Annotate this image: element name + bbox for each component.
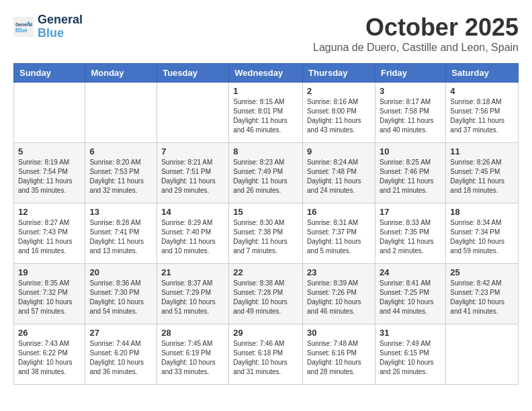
- day-info: Sunrise: 8:25 AM Sunset: 7:46 PM Dayligh…: [380, 158, 441, 195]
- day-number: 17: [380, 207, 441, 217]
- calendar-cell: 2Sunrise: 8:16 AM Sunset: 8:00 PM Daylig…: [303, 83, 375, 143]
- calendar-cell: 18Sunrise: 8:34 AM Sunset: 7:34 PM Dayli…: [446, 203, 519, 264]
- calendar-cell: 11Sunrise: 8:26 AM Sunset: 7:45 PM Dayli…: [446, 143, 519, 203]
- calendar-row: 1Sunrise: 8:15 AM Sunset: 8:01 PM Daylig…: [14, 83, 519, 143]
- day-number: 19: [18, 267, 81, 277]
- day-info: Sunrise: 8:21 AM Sunset: 7:51 PM Dayligh…: [161, 158, 224, 195]
- day-number: 6: [89, 146, 152, 156]
- day-number: 4: [450, 86, 514, 96]
- day-info: Sunrise: 7:49 AM Sunset: 6:15 PM Dayligh…: [380, 339, 441, 377]
- calendar-cell: [446, 324, 519, 385]
- logo: General Blue General Blue: [13, 13, 83, 40]
- calendar-cell: 20Sunrise: 8:36 AM Sunset: 7:30 PM Dayli…: [85, 264, 157, 324]
- location-title: Laguna de Duero, Castille and Leon, Spai…: [313, 42, 519, 54]
- calendar-row: 5Sunrise: 8:19 AM Sunset: 7:54 PM Daylig…: [14, 143, 519, 203]
- day-info: Sunrise: 8:33 AM Sunset: 7:35 PM Dayligh…: [380, 218, 441, 256]
- day-number: 11: [450, 146, 514, 156]
- calendar-row: 12Sunrise: 8:27 AM Sunset: 7:43 PM Dayli…: [14, 203, 519, 264]
- day-info: Sunrise: 8:15 AM Sunset: 8:01 PM Dayligh…: [233, 97, 298, 135]
- calendar-cell: [85, 83, 157, 143]
- day-number: 21: [161, 267, 224, 277]
- day-info: Sunrise: 8:36 AM Sunset: 7:30 PM Dayligh…: [89, 279, 152, 316]
- day-info: Sunrise: 8:17 AM Sunset: 7:58 PM Dayligh…: [380, 97, 441, 135]
- calendar-row: 26Sunrise: 7:43 AM Sunset: 6:22 PM Dayli…: [14, 324, 519, 385]
- logo-text: General Blue: [38, 13, 83, 40]
- day-info: Sunrise: 8:41 AM Sunset: 7:25 PM Dayligh…: [380, 279, 441, 316]
- calendar-cell: 23Sunrise: 8:39 AM Sunset: 7:26 PM Dayli…: [303, 264, 375, 324]
- calendar-cell: [157, 83, 229, 143]
- day-number: 25: [450, 267, 514, 277]
- day-number: 7: [161, 146, 224, 156]
- day-info: Sunrise: 7:44 AM Sunset: 6:20 PM Dayligh…: [89, 339, 152, 377]
- calendar-body: 1Sunrise: 8:15 AM Sunset: 8:01 PM Daylig…: [14, 83, 519, 385]
- calendar-cell: 27Sunrise: 7:44 AM Sunset: 6:20 PM Dayli…: [85, 324, 157, 385]
- calendar-row: 19Sunrise: 8:35 AM Sunset: 7:32 PM Dayli…: [14, 264, 519, 324]
- calendar-cell: 15Sunrise: 8:30 AM Sunset: 7:38 PM Dayli…: [229, 203, 303, 264]
- logo-icon: General Blue: [13, 17, 34, 37]
- weekday-header-cell: Wednesday: [229, 64, 303, 83]
- day-number: 31: [380, 328, 441, 338]
- day-number: 13: [89, 207, 152, 217]
- day-number: 23: [307, 267, 371, 277]
- day-info: Sunrise: 8:29 AM Sunset: 7:40 PM Dayligh…: [161, 218, 224, 256]
- calendar-cell: 12Sunrise: 8:27 AM Sunset: 7:43 PM Dayli…: [14, 203, 85, 264]
- month-title: October 2025: [313, 13, 519, 42]
- day-info: Sunrise: 8:31 AM Sunset: 7:37 PM Dayligh…: [307, 218, 371, 256]
- weekday-header: SundayMondayTuesdayWednesdayThursdayFrid…: [14, 64, 519, 83]
- calendar-cell: 25Sunrise: 8:42 AM Sunset: 7:23 PM Dayli…: [446, 264, 519, 324]
- weekday-header-cell: Saturday: [446, 64, 519, 83]
- calendar-cell: 4Sunrise: 8:18 AM Sunset: 7:56 PM Daylig…: [446, 83, 519, 143]
- calendar-cell: 30Sunrise: 7:48 AM Sunset: 6:16 PM Dayli…: [303, 324, 375, 385]
- day-info: Sunrise: 8:35 AM Sunset: 7:32 PM Dayligh…: [18, 279, 81, 316]
- weekday-header-cell: Tuesday: [157, 64, 229, 83]
- calendar-cell: 28Sunrise: 7:45 AM Sunset: 6:19 PM Dayli…: [157, 324, 229, 385]
- calendar-cell: 3Sunrise: 8:17 AM Sunset: 7:58 PM Daylig…: [375, 83, 445, 143]
- day-info: Sunrise: 8:42 AM Sunset: 7:23 PM Dayligh…: [450, 279, 514, 316]
- day-info: Sunrise: 8:16 AM Sunset: 8:00 PM Dayligh…: [307, 97, 371, 135]
- day-info: Sunrise: 8:20 AM Sunset: 7:53 PM Dayligh…: [89, 158, 152, 195]
- calendar-cell: 8Sunrise: 8:23 AM Sunset: 7:49 PM Daylig…: [229, 143, 303, 203]
- day-number: 16: [307, 207, 371, 217]
- day-number: 8: [233, 146, 298, 156]
- day-info: Sunrise: 7:46 AM Sunset: 6:18 PM Dayligh…: [233, 339, 298, 377]
- day-info: Sunrise: 8:37 AM Sunset: 7:29 PM Dayligh…: [161, 279, 224, 316]
- calendar-cell: 1Sunrise: 8:15 AM Sunset: 8:01 PM Daylig…: [229, 83, 303, 143]
- day-info: Sunrise: 7:45 AM Sunset: 6:19 PM Dayligh…: [161, 339, 224, 377]
- calendar-table: SundayMondayTuesdayWednesdayThursdayFrid…: [13, 63, 519, 385]
- calendar-cell: 31Sunrise: 7:49 AM Sunset: 6:15 PM Dayli…: [375, 324, 445, 385]
- day-number: 10: [380, 146, 441, 156]
- calendar-cell: 16Sunrise: 8:31 AM Sunset: 7:37 PM Dayli…: [303, 203, 375, 264]
- day-number: 9: [307, 146, 371, 156]
- title-section: October 2025 Laguna de Duero, Castille a…: [313, 13, 519, 54]
- calendar-cell: 10Sunrise: 8:25 AM Sunset: 7:46 PM Dayli…: [375, 143, 445, 203]
- calendar-cell: 24Sunrise: 8:41 AM Sunset: 7:25 PM Dayli…: [375, 264, 445, 324]
- day-info: Sunrise: 8:23 AM Sunset: 7:49 PM Dayligh…: [233, 158, 298, 195]
- calendar-cell: 5Sunrise: 8:19 AM Sunset: 7:54 PM Daylig…: [14, 143, 85, 203]
- day-info: Sunrise: 8:26 AM Sunset: 7:45 PM Dayligh…: [450, 158, 514, 195]
- day-number: 29: [233, 328, 298, 338]
- weekday-header-cell: Thursday: [303, 64, 375, 83]
- day-number: 15: [233, 207, 298, 217]
- day-info: Sunrise: 8:24 AM Sunset: 7:48 PM Dayligh…: [307, 158, 371, 195]
- calendar-cell: 22Sunrise: 8:38 AM Sunset: 7:28 PM Dayli…: [229, 264, 303, 324]
- svg-text:Blue: Blue: [15, 27, 28, 33]
- calendar-cell: 17Sunrise: 8:33 AM Sunset: 7:35 PM Dayli…: [375, 203, 445, 264]
- day-number: 30: [307, 328, 371, 338]
- day-number: 20: [89, 267, 152, 277]
- day-info: Sunrise: 8:30 AM Sunset: 7:38 PM Dayligh…: [233, 218, 298, 256]
- day-info: Sunrise: 8:34 AM Sunset: 7:34 PM Dayligh…: [450, 218, 514, 256]
- calendar-cell: 7Sunrise: 8:21 AM Sunset: 7:51 PM Daylig…: [157, 143, 229, 203]
- calendar-cell: [14, 83, 85, 143]
- day-number: 12: [18, 207, 81, 217]
- calendar-cell: 9Sunrise: 8:24 AM Sunset: 7:48 PM Daylig…: [303, 143, 375, 203]
- weekday-header-cell: Monday: [85, 64, 157, 83]
- day-info: Sunrise: 8:28 AM Sunset: 7:41 PM Dayligh…: [89, 218, 152, 256]
- day-number: 27: [89, 328, 152, 338]
- calendar-cell: 21Sunrise: 8:37 AM Sunset: 7:29 PM Dayli…: [157, 264, 229, 324]
- calendar-cell: 19Sunrise: 8:35 AM Sunset: 7:32 PM Dayli…: [14, 264, 85, 324]
- calendar-cell: 26Sunrise: 7:43 AM Sunset: 6:22 PM Dayli…: [14, 324, 85, 385]
- calendar-cell: 14Sunrise: 8:29 AM Sunset: 7:40 PM Dayli…: [157, 203, 229, 264]
- day-number: 1: [233, 86, 298, 96]
- day-number: 24: [380, 267, 441, 277]
- weekday-header-cell: Friday: [375, 64, 445, 83]
